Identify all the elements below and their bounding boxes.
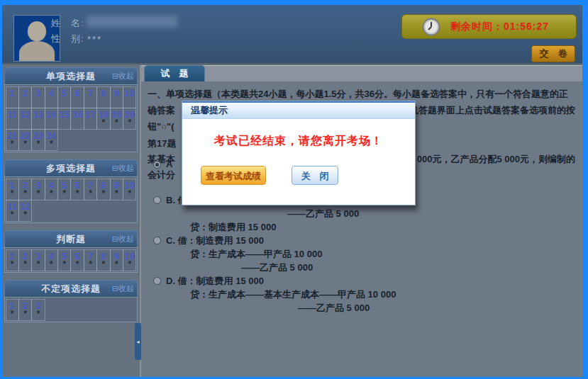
question-nav-cell[interactable]: 5 [57, 86, 71, 108]
question-nav-cell[interactable]: 13 [31, 108, 45, 130]
question-nav-cell[interactable]: 22* [18, 129, 32, 151]
tab-exam-paper[interactable]: 试 题 [144, 65, 205, 81]
question-nav-cell[interactable]: 15 [57, 108, 71, 130]
option-radio-C[interactable] [153, 237, 161, 244]
name-value-redacted [87, 16, 177, 28]
question-nav-cell[interactable]: 19* [110, 108, 123, 130]
panel-body: 1*2*3*4*5*6*7*8*9*10* [4, 247, 138, 273]
question-number: 9 [111, 88, 123, 98]
unanswered-marker: * [6, 311, 18, 317]
panel-body: 1*2*3* [4, 297, 138, 322]
question-nav-cell[interactable]: 11 [6, 108, 19, 130]
question-nav-cell[interactable]: 4* [45, 179, 58, 200]
unanswered-marker: * [111, 120, 123, 126]
question-nav-cell[interactable]: 21* [6, 129, 19, 151]
question-nav-cell[interactable]: 9* [110, 179, 123, 200]
question-nav-cell[interactable]: 17 [84, 108, 97, 130]
unanswered-marker: * [97, 261, 109, 268]
unanswered-marker: * [58, 191, 70, 197]
question-nav-cell[interactable]: 14 [45, 108, 58, 130]
question-nav-cell[interactable]: 3* [31, 179, 45, 200]
question-number: 13 [32, 109, 44, 120]
collapse-button[interactable]: ⊟收起 [112, 163, 134, 174]
close-dialog-button[interactable]: 关 闭 [292, 166, 338, 185]
question-nav-cell[interactable]: 9* [110, 249, 123, 271]
option-radio-B[interactable] [153, 196, 161, 204]
question-nav-cell[interactable]: 7* [84, 179, 97, 200]
question-nav-cell[interactable]: 2 [18, 86, 32, 108]
unanswered-marker: * [32, 261, 44, 268]
panel-body: 123456789101112131415161718*19*20*21*22*… [4, 84, 138, 152]
option-label-D[interactable]: D. 借：制造费用 15 000 [166, 275, 264, 288]
question-nav-cell[interactable]: 8* [96, 179, 110, 200]
unanswered-marker: * [84, 191, 96, 197]
question-nav-cell[interactable]: 2* [18, 179, 32, 200]
question-nav-cell[interactable]: 2* [18, 299, 32, 321]
question-line2-right: 机答题界面上点击试题答案备选项前的按 [409, 104, 575, 117]
collapse-button[interactable]: ⊟收起 [112, 283, 134, 294]
question-number: 8 [97, 88, 109, 98]
question-nav-cell[interactable]: 6* [70, 249, 84, 271]
unanswered-marker: * [71, 261, 83, 268]
question-nav-cell[interactable]: 3 [31, 86, 45, 108]
question-nav-cell[interactable]: 8* [96, 249, 110, 271]
question-nav-cell[interactable]: 4* [45, 249, 58, 271]
unanswered-marker: * [111, 261, 123, 268]
question-nav-cell[interactable]: 3* [31, 299, 45, 321]
question-nav-cell[interactable]: 16 [70, 108, 84, 130]
clock-icon [422, 18, 440, 36]
unanswered-marker: * [32, 191, 44, 197]
option-radio-A[interactable] [153, 161, 161, 169]
question-number: 11 [6, 109, 18, 120]
option-radio-D[interactable] [153, 277, 161, 285]
submit-paper-button[interactable]: 交 卷 [531, 45, 575, 62]
unanswered-marker: * [6, 261, 18, 268]
collapse-button[interactable]: ⊟收起 [112, 71, 134, 81]
option-line: ——乙产品 5 000 [241, 261, 313, 274]
question-nav-cell[interactable]: 1* [6, 249, 19, 271]
question-nav-cell[interactable]: 6* [70, 179, 84, 200]
question-nav-cell[interactable]: 18* [96, 108, 110, 130]
question-nav-cell[interactable]: 7 [84, 86, 97, 108]
unanswered-marker: * [45, 191, 57, 197]
gender-value: *** [87, 34, 102, 45]
question-nav-cell[interactable]: 24* [45, 129, 58, 151]
question-nav-cell[interactable]: 12 [18, 108, 32, 130]
question-nav-cell[interactable]: 5* [57, 179, 71, 200]
tab-bar [141, 65, 582, 81]
question-number: 12 [19, 109, 31, 120]
sidebar-collapse-handle[interactable]: ◄ [135, 323, 141, 360]
question-nav-cell[interactable]: 1* [6, 299, 19, 321]
question-nav-cell[interactable]: 1 [6, 86, 19, 108]
unanswered-marker: * [6, 212, 18, 218]
unanswered-marker: * [45, 141, 57, 147]
question-nav-cell[interactable]: 11* [6, 200, 19, 222]
question-nav-cell[interactable]: 5* [57, 249, 71, 271]
question-nav-cell[interactable]: 4 [45, 86, 58, 108]
question-nav-cell[interactable]: 10* [123, 249, 136, 271]
exam-app: 姓 名: 性 别: *** 剩余时间：01:56:27 交 卷 单项选择题⊟收起… [0, 0, 588, 379]
view-score-button[interactable]: 查看考试成绩 [201, 166, 266, 185]
question-nav-cell[interactable]: 10 [123, 86, 136, 108]
question-nav-cell[interactable]: 3* [31, 249, 45, 271]
question-line5-right: ) 000元，乙产品分配5 000元，则编制的 [411, 153, 575, 166]
unanswered-marker: * [45, 261, 57, 268]
question-nav-cell[interactable]: 9 [110, 86, 123, 108]
question-nav-cell[interactable]: 1* [6, 179, 19, 200]
dialog-titlebar: 温馨提示 [182, 101, 415, 119]
avatar-head [28, 21, 46, 41]
option-label-C[interactable]: C. 借：制造费用 15 000 [166, 234, 264, 247]
question-nav-cell[interactable]: 2* [18, 249, 32, 271]
question-nav-cell[interactable]: 7* [84, 249, 97, 271]
question-nav-cell[interactable]: 12* [18, 200, 32, 222]
question-nav-cell[interactable]: 10* [123, 179, 136, 200]
question-nav-cell[interactable]: 23* [31, 129, 45, 151]
question-nav-cell[interactable]: 20* [123, 108, 136, 130]
question-nav-cell[interactable]: 8 [96, 86, 110, 108]
unanswered-marker: * [123, 191, 135, 197]
option-label-A[interactable]: A [166, 159, 172, 169]
option-line: ——乙产品 5 000 [287, 208, 359, 220]
collapse-button[interactable]: ⊟收起 [112, 234, 134, 244]
question-nav-cell[interactable]: 6 [70, 86, 84, 108]
question-line6: 会计分 [148, 169, 175, 181]
